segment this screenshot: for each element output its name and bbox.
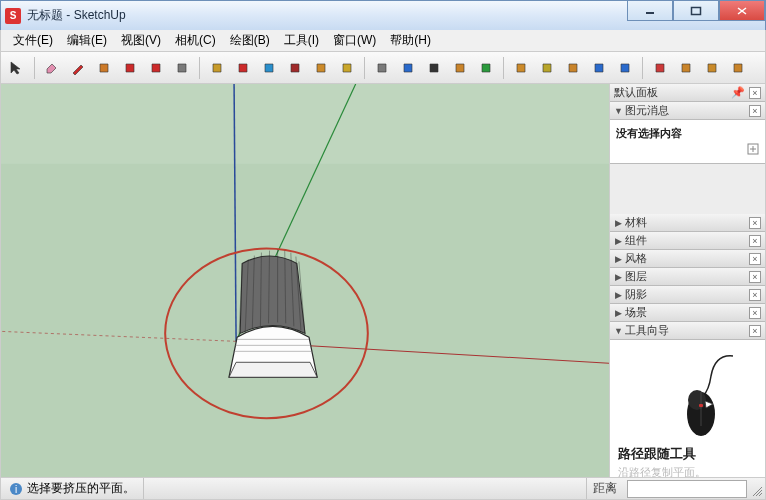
pencil-icon — [70, 60, 86, 76]
panel-close-icon[interactable]: × — [749, 217, 761, 229]
viewport[interactable] — [0, 84, 610, 478]
orbit-icon — [513, 60, 529, 76]
menu-item[interactable]: 帮助(H) — [384, 30, 437, 51]
panel-close-icon[interactable]: × — [749, 271, 761, 283]
panel-close-icon[interactable]: × — [749, 307, 761, 319]
menu-item[interactable]: 视图(V) — [115, 30, 167, 51]
panel-close-icon[interactable]: × — [749, 253, 761, 265]
panel-close-icon[interactable]: × — [749, 325, 761, 337]
select-arrow-button[interactable] — [5, 56, 29, 80]
collapse-icon: ▼ — [614, 106, 623, 116]
offset-button[interactable] — [335, 56, 359, 80]
close-button[interactable] — [719, 1, 765, 21]
look-button[interactable] — [700, 56, 724, 80]
axis-button[interactable] — [474, 56, 498, 80]
panel-图层[interactable]: ▶图层× — [610, 268, 765, 286]
xray-icon — [652, 60, 668, 76]
zoom-icon — [565, 60, 581, 76]
pan-button[interactable] — [535, 56, 559, 80]
menu-item[interactable]: 编辑(E) — [61, 30, 113, 51]
zoom-button[interactable] — [561, 56, 585, 80]
eraser-icon — [44, 60, 60, 76]
resize-grip[interactable] — [751, 478, 765, 499]
panel-label: 图元消息 — [625, 103, 749, 118]
panel-阴影[interactable]: ▶阴影× — [610, 286, 765, 304]
select-arrow-icon — [9, 60, 25, 76]
panel-组件[interactable]: ▶组件× — [610, 232, 765, 250]
arc-button[interactable] — [118, 56, 142, 80]
menu-item[interactable]: 窗口(W) — [327, 30, 382, 51]
panel-材料[interactable]: ▶材料× — [610, 214, 765, 232]
walk-button[interactable] — [674, 56, 698, 80]
menu-item[interactable]: 绘图(B) — [224, 30, 276, 51]
move-button[interactable] — [231, 56, 255, 80]
tape-button[interactable] — [370, 56, 394, 80]
expand-icon: ▶ — [614, 290, 623, 300]
svg-point-23 — [688, 390, 706, 410]
panel-label: 工具向导 — [625, 323, 749, 338]
expand-icon[interactable] — [747, 143, 759, 155]
panel-entity-info[interactable]: ▼ 图元消息 × — [610, 102, 765, 120]
polygon-icon — [148, 60, 164, 76]
menu-item[interactable]: 文件(E) — [7, 30, 59, 51]
panel-风格[interactable]: ▶风格× — [610, 250, 765, 268]
followme-button[interactable] — [283, 56, 307, 80]
position-button[interactable] — [726, 56, 750, 80]
tape-icon — [374, 60, 390, 76]
panel-close-icon[interactable]: × — [749, 235, 761, 247]
prev-view-icon — [617, 60, 633, 76]
dimension-button[interactable] — [396, 56, 420, 80]
dimension-icon — [400, 60, 416, 76]
panel-close-icon[interactable]: × — [749, 289, 761, 301]
pushpull-button[interactable] — [205, 56, 229, 80]
toolbar — [0, 52, 766, 84]
orbit-button[interactable] — [509, 56, 533, 80]
svg-rect-1 — [692, 7, 701, 14]
eraser-button[interactable] — [40, 56, 64, 80]
rectangle-button[interactable] — [170, 56, 194, 80]
toolbar-separator — [199, 57, 200, 79]
info-icon: i — [9, 482, 23, 496]
scale-button[interactable] — [309, 56, 333, 80]
menu-item[interactable]: 工具(I) — [278, 30, 325, 51]
freehand-icon — [96, 60, 112, 76]
text-button[interactable] — [422, 56, 446, 80]
panel-close-icon[interactable]: × — [749, 105, 761, 117]
pencil-button[interactable] — [66, 56, 90, 80]
svg-text:i: i — [15, 484, 17, 495]
plane-button[interactable] — [448, 56, 472, 80]
titlebar: S 无标题 - SketchUp — [0, 0, 766, 30]
tray-header[interactable]: 默认面板 📌 × — [610, 84, 765, 102]
maximize-button[interactable] — [673, 1, 719, 21]
app-icon: S — [5, 8, 21, 24]
distance-label: 距离 — [586, 478, 623, 499]
tray-close-icon[interactable]: × — [749, 87, 761, 99]
freehand-button[interactable] — [92, 56, 116, 80]
expand-icon: ▶ — [614, 254, 623, 264]
instructor-subtitle: 沿路径复制平面。 — [618, 465, 757, 477]
prev-view-button[interactable] — [613, 56, 637, 80]
tray-title: 默认面板 — [614, 85, 731, 100]
xray-button[interactable] — [648, 56, 672, 80]
zoom-extents-button[interactable] — [587, 56, 611, 80]
panel-场景[interactable]: ▶场景× — [610, 304, 765, 322]
polygon-button[interactable] — [144, 56, 168, 80]
panel-label: 图层 — [625, 269, 749, 284]
minimize-button[interactable] — [627, 1, 673, 21]
instructor-panel: 路径跟随工具 沿路径复制平面。 工具操作 找到要修改的几何图形的边线，此边线就是… — [610, 340, 765, 477]
panel-工具向导[interactable]: ▼工具向导× — [610, 322, 765, 340]
window-title: 无标题 - SketchUp — [27, 7, 126, 24]
arc-icon — [122, 60, 138, 76]
rotate-button[interactable] — [257, 56, 281, 80]
expand-icon: ▶ — [614, 272, 623, 282]
menu-item[interactable]: 相机(C) — [169, 30, 222, 51]
collapse-icon: ▼ — [614, 326, 623, 336]
axis-icon — [478, 60, 494, 76]
side-tray: 默认面板 📌 × ▼ 图元消息 × 没有选择内容 ▶材料×▶组件×▶风格×▶图层… — [610, 84, 766, 478]
rectangle-icon — [174, 60, 190, 76]
distance-input[interactable] — [627, 480, 747, 498]
instructor-title: 路径跟随工具 — [618, 445, 757, 463]
toolbar-separator — [642, 57, 643, 79]
expand-icon: ▶ — [614, 308, 623, 318]
pin-icon[interactable]: 📌 — [731, 86, 745, 99]
